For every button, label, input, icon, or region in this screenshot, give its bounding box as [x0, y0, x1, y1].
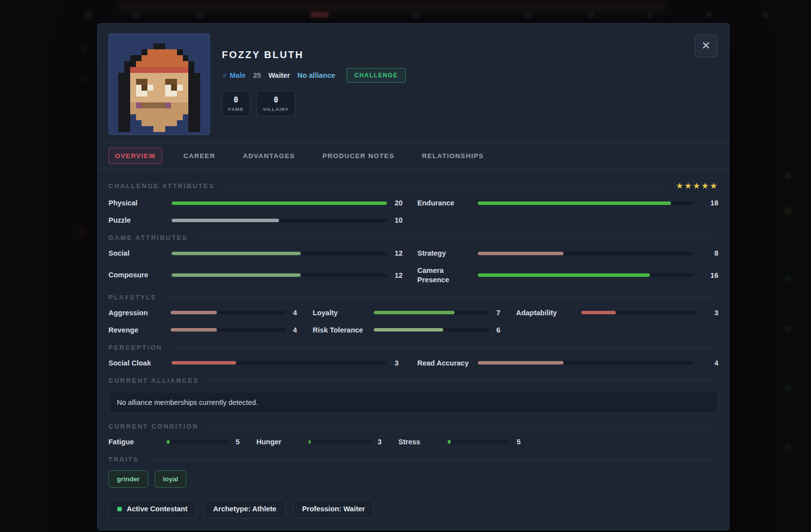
attr-bar-loyalty [374, 311, 489, 314]
star-rating: ★★★★★ [676, 181, 718, 191]
stat-value-villainy: 0 [263, 96, 289, 104]
attr-bar-fatigue [167, 440, 229, 444]
section-divider [196, 237, 718, 238]
stat-label-fame: FAME [228, 106, 244, 112]
profile-header: FOZZY BLUTH ♂ Male 25 Waiter No alliance… [98, 24, 729, 142]
contestant-profile-modal: ✕ FOZZY BLUTH ♂ Male 25 Waiter No allian… [97, 23, 730, 531]
section-title: CURRENT CONDITION [108, 423, 199, 430]
attr-label-risk-tolerance: Risk Tolerance [313, 326, 367, 334]
section-current-condition: CURRENT CONDITION Fatigue5Hunger3Stress5 [108, 423, 718, 446]
trait-pill-loyal: loyal [155, 470, 187, 488]
attr-value-endurance: 18 [701, 199, 718, 207]
attr-bar-risk-tolerance [374, 328, 489, 332]
attr-bar-strategy [478, 252, 693, 255]
tab-bar: OVERVIEWCAREERADVANTAGESPRODUCER NOTESRE… [98, 142, 729, 169]
section-game-attributes: GAME ATTRIBUTESSocial12Strategy8Composur… [108, 234, 718, 284]
attr-label-revenge: Revenge [108, 326, 164, 334]
close-button[interactable]: ✕ [695, 34, 717, 57]
section-title: TRAITS [108, 456, 139, 463]
alliance-empty-box: No alliance memberships currently detect… [108, 392, 718, 413]
challenge-button[interactable]: CHALLENGE [347, 68, 406, 83]
attr-value-stress: 5 [517, 438, 530, 446]
section-challenge-attributes: CHALLENGE ATTRIBUTES★★★★★Physical20Endur… [108, 181, 718, 225]
attr-label-read-accuracy: Read Accuracy [418, 359, 470, 367]
attr-value-camera-presence: 16 [701, 271, 718, 279]
attr-label-stress: Stress [398, 437, 441, 446]
tab-career[interactable]: CAREER [177, 148, 222, 164]
attr-bar-physical [172, 201, 387, 205]
attr-bar-adaptability [581, 311, 697, 314]
stat-boxes: 0FAME0VILLAINY [222, 91, 406, 116]
attr-bar-stress [448, 440, 510, 444]
attr-bar-hunger [309, 440, 371, 444]
attr-label-social: Social [108, 249, 164, 258]
badge-archetype-athlete: Archetype: Athlete [204, 499, 285, 518]
badge-label: Profession: Waiter [302, 505, 365, 513]
section-divider [222, 186, 669, 186]
close-icon: ✕ [702, 40, 710, 51]
attr-bar-social-cloak [172, 361, 387, 365]
attr-label-adaptability: Adaptability [516, 308, 574, 317]
attr-value-social-cloak: 3 [395, 359, 410, 367]
section-title: GAME ATTRIBUTES [108, 234, 188, 241]
attr-label-fatigue: Fatigue [108, 437, 160, 446]
attr-value-adaptability: 3 [704, 309, 718, 317]
male-gender-icon: ♂ Male [222, 71, 246, 80]
section-divider [207, 426, 718, 427]
alliance-status: No alliance [297, 71, 335, 79]
attr-bar-social [172, 252, 387, 255]
stat-value-fame: 0 [228, 96, 244, 104]
attr-value-physical: 20 [395, 199, 410, 207]
attr-bar-read-accuracy [478, 361, 693, 365]
attr-value-fatigue: 5 [236, 438, 249, 446]
attr-value-read-accuracy: 4 [701, 359, 718, 367]
section-title: CHALLENGE ATTRIBUTES [108, 182, 214, 190]
attr-label-loyalty: Loyalty [313, 308, 367, 317]
attr-value-risk-tolerance: 6 [496, 326, 509, 334]
attr-value-hunger: 3 [378, 438, 391, 446]
attr-label-social-cloak: Social Cloak [108, 359, 164, 367]
contestant-avatar [108, 33, 210, 135]
section-divider [147, 459, 718, 460]
tab-relationships[interactable]: RELATIONSHIPS [416, 148, 490, 164]
age-label: 25 [253, 71, 261, 79]
attr-label-endurance: Endurance [418, 199, 470, 207]
attr-label-hunger: Hunger [256, 437, 302, 446]
trait-pill-grinder: grinder [108, 470, 148, 488]
overview-tab-content: CHALLENGE ATTRIBUTES★★★★★Physical20Endur… [98, 169, 729, 530]
attr-bar-composure [172, 273, 387, 277]
stat-box-villainy: 0VILLAINY [256, 91, 295, 116]
section-traits: TRAITS grinderloyal [108, 456, 718, 488]
attr-label-physical: Physical [108, 199, 164, 207]
tab-producer-notes[interactable]: PRODUCER NOTES [316, 148, 401, 164]
attr-value-composure: 12 [395, 271, 410, 279]
stat-label-villainy: VILLAINY [263, 106, 289, 112]
footer-badge-row: Active ContestantArchetype: AthleteProfe… [108, 499, 718, 518]
attr-value-loyalty: 7 [496, 309, 509, 317]
attr-value-puzzle: 10 [395, 216, 410, 224]
attr-bar-camera-presence [478, 273, 693, 277]
section-divider [207, 380, 718, 381]
attr-bar-revenge [171, 328, 286, 332]
badge-active-contestant: Active Contestant [108, 499, 196, 518]
attr-value-revenge: 4 [293, 326, 306, 334]
attr-bar-aggression [171, 311, 286, 314]
section-playstyle: PLAYSTYLEAggression4Loyalty7Adaptability… [108, 294, 718, 334]
badge-label: Archetype: Athlete [213, 505, 276, 513]
tab-advantages[interactable]: ADVANTAGES [237, 148, 302, 164]
demographics-row: ♂ Male 25 Waiter No alliance CHALLENGE [222, 68, 406, 83]
profession-label: Waiter [268, 71, 290, 79]
attr-bar-endurance [478, 201, 693, 205]
attr-bar-puzzle [172, 219, 387, 222]
section-divider [165, 297, 718, 298]
section-title: PLAYSTYLE [108, 294, 157, 301]
attr-label-composure: Composure [108, 270, 164, 279]
section-title: CURRENT ALLIANCES [108, 377, 199, 384]
tab-overview[interactable]: OVERVIEW [108, 148, 162, 164]
attr-value-aggression: 4 [293, 309, 306, 317]
attr-label-camera-presence: Camera Presence [418, 266, 470, 284]
badge-label: Active Contestant [127, 505, 187, 513]
attr-label-puzzle: Puzzle [108, 216, 164, 225]
badge-profession-waiter: Profession: Waiter [293, 499, 374, 518]
attr-label-strategy: Strategy [418, 249, 470, 258]
